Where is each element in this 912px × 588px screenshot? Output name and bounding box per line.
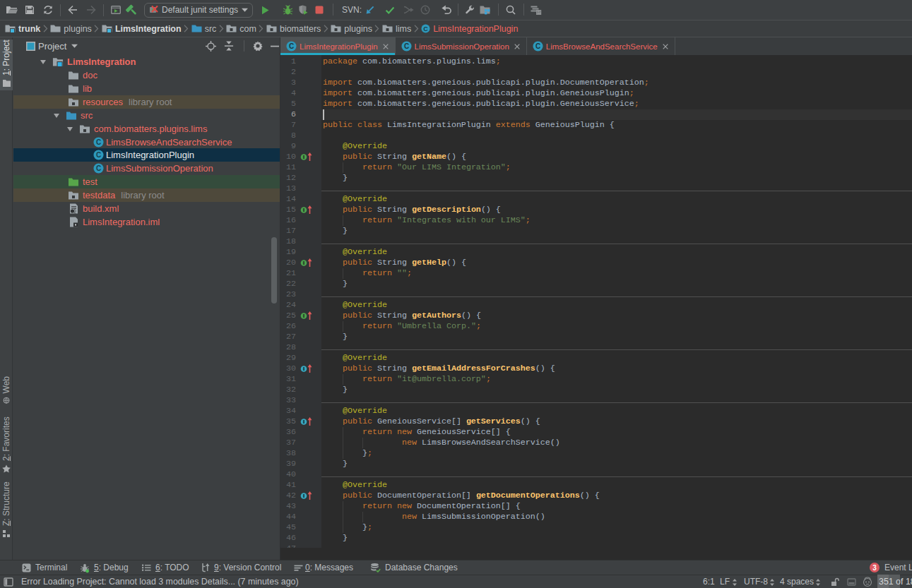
svg-text:3: 3: [872, 564, 877, 572]
svg-text:C: C: [95, 151, 100, 159]
svg-text:C: C: [95, 164, 100, 172]
svg-text:C: C: [535, 42, 540, 50]
svg-text:C: C: [403, 42, 408, 50]
svg-text:C: C: [423, 25, 428, 32]
svg-text:C: C: [289, 42, 294, 50]
svg-text:C: C: [95, 138, 100, 146]
